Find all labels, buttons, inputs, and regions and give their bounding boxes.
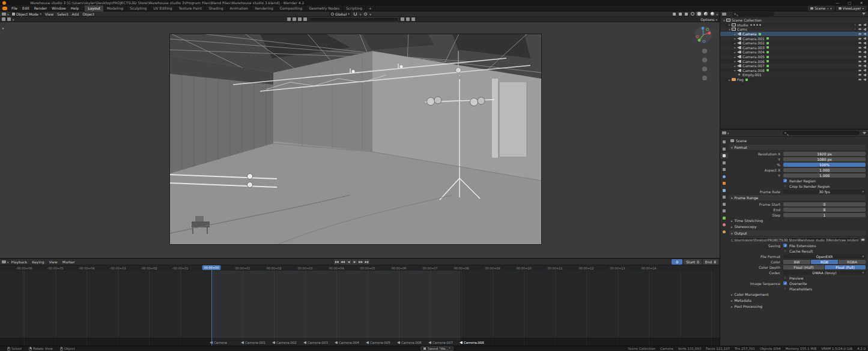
disclosure-icon[interactable] [727, 28, 732, 31]
outliner-row-camera-006[interactable]: Camera.006 [720, 59, 868, 64]
editor-type-icon[interactable] [2, 13, 6, 16]
editor-type-icon[interactable] [722, 13, 726, 16]
hide-eye-icon[interactable] [858, 74, 861, 76]
property-value-field[interactable]: 1.000 [783, 173, 866, 178]
workspace-tab-rendering[interactable]: Rendering [252, 5, 277, 11]
hide-eye-icon[interactable] [858, 33, 861, 35]
mode-selector[interactable]: Object Mode [10, 11, 43, 16]
disclosure-icon[interactable] [733, 68, 737, 72]
tool-setting-icon[interactable] [401, 17, 404, 21]
current-frame-field[interactable]: 0 [672, 259, 682, 265]
hide-eye-icon[interactable] [858, 38, 861, 40]
disable-render-icon[interactable] [863, 69, 866, 71]
timeline-marker-camera-006[interactable]: Camera.006 [397, 341, 422, 344]
color-mode-option-rgb[interactable]: RGB [811, 260, 838, 264]
viewport-menu-select[interactable]: Select [55, 11, 70, 17]
outliner-row-studio[interactable]: studio [720, 23, 868, 28]
outliner-row-scene-collection[interactable]: Scene Collection [720, 18, 868, 23]
outliner-row-cams[interactable]: Cams [720, 27, 868, 32]
editor-type-dropdown[interactable] [727, 131, 729, 135]
outliner-row-camera-002[interactable]: Camera.002 [720, 41, 868, 46]
property-value-field[interactable]: 1.000 [783, 168, 866, 172]
timeline-menu-playback[interactable]: Playback [9, 259, 30, 265]
color-mode-option-rgba[interactable]: RGBA [839, 260, 866, 264]
property-value-field[interactable]: 1920 px [783, 152, 866, 156]
panel-collapsed-metadata[interactable]: Metadata [729, 298, 866, 303]
disable-render-icon[interactable] [863, 56, 866, 58]
codec-dropdown[interactable]: DWAA (lossy) [783, 271, 866, 275]
timeline-marker-camera-005[interactable]: Camera.005 [366, 341, 390, 344]
frame-end-field[interactable]: End8 [703, 259, 718, 265]
frame-rate-dropdown[interactable]: 30 fps [783, 190, 866, 194]
properties-tab-render[interactable] [720, 146, 728, 152]
show-gizmos-toggle[interactable] [672, 11, 676, 16]
folder-icon[interactable] [860, 238, 866, 242]
properties-tab-texture[interactable] [720, 229, 728, 235]
toggle-projection-button[interactable] [702, 76, 707, 80]
workspace-tab-animation[interactable]: Animation [227, 5, 252, 11]
properties-tab-physics[interactable] [720, 202, 728, 207]
hide-eye-icon[interactable] [858, 24, 861, 26]
timeline-menu-view[interactable]: View [46, 259, 59, 265]
outliner-row-camera-004[interactable]: Camera.004 [720, 50, 868, 55]
disable-render-icon[interactable] [863, 79, 866, 81]
exclude-checkbox[interactable] [854, 28, 857, 31]
workspace-tab-scripting[interactable]: Scripting [343, 5, 366, 11]
options-dropdown[interactable]: Options [700, 17, 717, 22]
properties-tab-particles[interactable] [720, 194, 728, 200]
disable-render-icon[interactable] [863, 74, 866, 76]
hide-eye-icon[interactable] [858, 70, 861, 71]
editor-type-icon[interactable] [2, 260, 6, 263]
viewport-menu-view[interactable]: View [43, 11, 55, 17]
timeline-menu-marker[interactable]: Marker [60, 259, 77, 265]
playhead[interactable] [211, 265, 212, 346]
editor-type-icon[interactable] [722, 131, 726, 134]
panel-collapsed-post-processing[interactable]: Post Processing [729, 304, 866, 309]
tool-setting-icon[interactable] [298, 17, 302, 21]
scene-selector[interactable]: Scene [808, 6, 834, 11]
disclosure-icon[interactable] [733, 64, 737, 68]
tool-search-field[interactable] [309, 17, 399, 22]
snap-settings-dropdown[interactable] [360, 12, 362, 16]
panel-collapsed-time-stretching[interactable]: Time Stretching [729, 218, 866, 223]
close-button[interactable] [858, 0, 864, 5]
disable-render-icon[interactable] [863, 37, 866, 40]
disclosure-icon[interactable] [733, 41, 737, 45]
menu-file[interactable]: File [9, 5, 20, 11]
hide-eye-icon[interactable] [858, 28, 861, 30]
workspace-tab[interactable]: + [366, 5, 375, 11]
file-format-dropdown[interactable]: OpenEXR [783, 254, 866, 259]
color-mode-option-bw[interactable]: BW [783, 260, 810, 264]
disable-render-icon[interactable] [863, 65, 866, 67]
menu-edit[interactable]: Edit [20, 5, 32, 11]
disable-render-icon[interactable] [863, 33, 866, 35]
hide-eye-icon[interactable] [858, 56, 861, 58]
jump-to-start-button[interactable] [334, 259, 339, 265]
outliner-row-camera-001[interactable]: Camera.001 [720, 36, 868, 41]
workspace-tab-sculpting[interactable]: Sculpting [127, 5, 150, 11]
next-keyframe-button[interactable] [358, 259, 363, 265]
navigation-gizmo[interactable] [694, 26, 712, 44]
properties-tab-output[interactable] [720, 153, 728, 158]
save-notification[interactable]: Saved "Wa..." [420, 346, 454, 351]
disclosure-icon[interactable] [733, 32, 737, 36]
outliner-row-camera-003[interactable]: Camera.003 [720, 46, 868, 50]
checkbox[interactable] [783, 249, 787, 253]
disable-render-icon[interactable] [863, 28, 866, 31]
disable-render-icon[interactable] [863, 23, 866, 26]
hide-eye-icon[interactable] [858, 61, 861, 62]
workspace-tab-compositing[interactable]: Compositing [277, 5, 306, 11]
properties-tab-tool[interactable] [720, 139, 728, 145]
workspace-tab-layout[interactable]: Layout [85, 5, 103, 11]
timeline-marker-camera-004[interactable]: Camera.004 [335, 341, 359, 344]
camera-view-button[interactable] [702, 67, 707, 71]
color-depth-option-float-half[interactable]: Float (Half) [783, 265, 824, 269]
outliner-row-camera-005[interactable]: Camera.005 [720, 55, 868, 59]
properties-tab-object-data[interactable] [720, 215, 728, 221]
disclosure-icon[interactable] [733, 50, 737, 54]
disable-render-icon[interactable] [863, 42, 866, 44]
outliner-row-camera-007[interactable]: Camera.007 [720, 64, 868, 68]
jump-to-end-button[interactable] [364, 259, 369, 265]
disable-render-icon[interactable] [863, 46, 866, 49]
property-value-field[interactable]: 1080 px [783, 157, 866, 161]
